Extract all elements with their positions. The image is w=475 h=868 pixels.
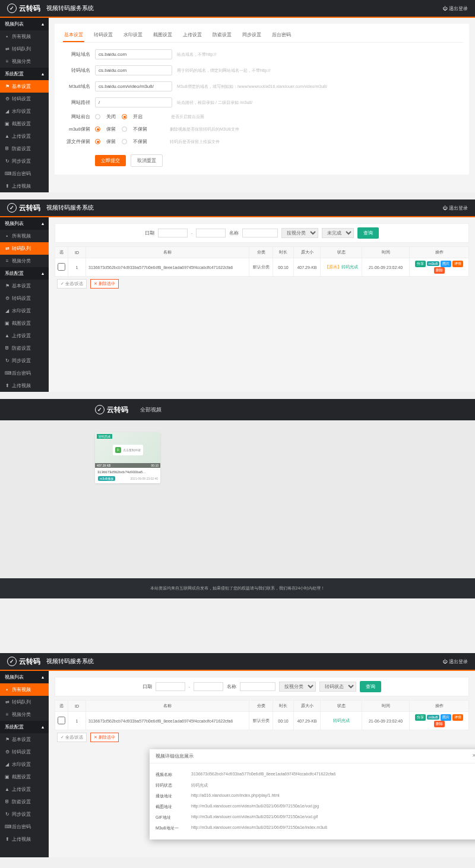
sidebar-item-antitheft[interactable]: ⛨防盗设置 — [0, 142, 49, 155]
tab-password[interactable]: 后台密码 — [271, 28, 292, 42]
sidebar-item-upload-video[interactable]: ⬆上传视频 — [0, 180, 49, 192]
input-site-domain[interactable] — [95, 49, 172, 59]
name-input[interactable] — [242, 229, 278, 237]
delete-selected-button[interactable]: ✕ 删除选中 — [90, 733, 119, 742]
sidebar-item-basic[interactable]: ⚑基本设置 — [0, 280, 49, 292]
sidebar-item-watermark[interactable]: ◢水印设置 — [0, 305, 49, 317]
op-detail[interactable]: 详情 — [452, 261, 463, 267]
tab-upload[interactable]: 上传设置 — [182, 28, 203, 42]
sidebar-item-transcode[interactable]: ⚙转码设置 — [0, 292, 49, 305]
sidebar-item-queue[interactable]: ⇄转码队列 — [0, 43, 49, 55]
op-delete[interactable]: 删除 — [434, 267, 445, 274]
search-button[interactable]: 查询 — [357, 227, 379, 239]
sidebar-item-watermark[interactable]: ◢水印设置 — [0, 758, 49, 771]
reset-button[interactable]: 取消重置 — [131, 154, 163, 167]
sidebar-item-category[interactable]: ≡视频分类 — [0, 55, 49, 68]
sidebar-item-all-videos[interactable]: ▪所有视频 — [0, 683, 49, 696]
tab-transcode[interactable]: 转码设置 — [93, 28, 114, 42]
date-to-input[interactable] — [196, 229, 226, 237]
op-delete[interactable]: 删除 — [434, 721, 445, 727]
tab-watermark[interactable]: 水印设置 — [122, 28, 144, 42]
sidebar-item-all-videos[interactable]: ▪所有视频 — [0, 230, 49, 242]
sidebar-item-queue[interactable]: ⇄转码队列 — [0, 696, 49, 708]
play-badge[interactable]: m3u8播放 — [98, 476, 115, 481]
sidebar-group-video[interactable]: 视频列表▴ — [0, 18, 49, 30]
op-share[interactable]: 分享 — [415, 714, 426, 721]
sidebar-item-upload[interactable]: ▲上传设置 — [0, 783, 49, 796]
op-m3u8[interactable]: m3u8 — [427, 261, 439, 266]
tab-screenshot[interactable]: 截图设置 — [152, 28, 173, 42]
input-transcode-domain[interactable] — [95, 65, 172, 75]
brand-text: 云转码 — [19, 4, 40, 14]
date-from-input[interactable] — [158, 229, 188, 237]
filter-bar: 日期 - 名称 按视分类 未完成 查询 — [55, 223, 469, 243]
status-select[interactable]: 未完成 — [322, 228, 354, 238]
status-select[interactable]: 转码状态 — [319, 682, 356, 692]
sidebar-group-video[interactable]: 视频列表▴ — [0, 217, 49, 230]
submit-button[interactable]: 立即提交 — [95, 155, 126, 166]
tab-antitheft[interactable]: 防盗设置 — [211, 28, 233, 42]
category-select[interactable]: 按视分类 — [279, 682, 316, 692]
row-checkbox[interactable] — [58, 717, 65, 724]
sidebar-item-category[interactable]: ≡视频分类 — [0, 708, 49, 721]
name-input[interactable] — [240, 682, 276, 691]
category-select[interactable]: 按视分类 — [281, 228, 318, 238]
tab-sync[interactable]: 同步设置 — [241, 28, 262, 42]
sidebar-item-upload[interactable]: ▲上传设置 — [0, 330, 49, 342]
sidebar-item-screenshot[interactable]: ▣截图设置 — [0, 317, 49, 330]
sidebar-item-basic[interactable]: ⚑基本设置 — [0, 733, 49, 746]
sidebar-item-sync[interactable]: ↻同步设置 — [0, 155, 49, 167]
logout-button[interactable]: ⏻退出登录 — [442, 205, 468, 211]
logout-button[interactable]: ⏻退出登录 — [442, 658, 468, 665]
sidebar-item-password[interactable]: ⌨后台密码 — [0, 367, 49, 379]
sidebar-item-antitheft[interactable]: ⛨防盗设置 — [0, 796, 49, 808]
nav-all-videos[interactable]: 全部视频 — [140, 406, 162, 414]
sidebar-item-category[interactable]: ≡视频分类 — [0, 255, 49, 267]
op-m3u8[interactable]: m3u8 — [427, 715, 439, 720]
input-site-path[interactable] — [95, 97, 172, 107]
sidebar-group-system[interactable]: 系统配置▴ — [0, 68, 49, 80]
logout-button[interactable]: ⏻退出登录 — [442, 5, 468, 12]
sidebar-item-upload[interactable]: ▲上传设置 — [0, 130, 49, 142]
op-detail[interactable]: 详情 — [452, 714, 463, 721]
sidebar-item-queue[interactable]: ⇄转码队列 — [0, 242, 49, 255]
sidebar-item-transcode[interactable]: ⚙转码设置 — [0, 746, 49, 758]
sidebar-item-screenshot[interactable]: ▣截图设置 — [0, 771, 49, 783]
radio-nokeep[interactable] — [122, 126, 127, 132]
date-from-input[interactable] — [156, 682, 185, 691]
date-to-input[interactable] — [194, 682, 223, 691]
sidebar-item-sync[interactable]: ↻同步设置 — [0, 808, 49, 821]
input-m3u8-domain[interactable] — [95, 81, 172, 91]
select-all-button[interactable]: ✓ 全选/反选 — [57, 279, 87, 289]
tab-basic[interactable]: 基本设置 — [63, 28, 84, 42]
close-button[interactable]: ✕ — [472, 753, 475, 759]
sidebar-item-screenshot[interactable]: ▣截图设置 — [0, 118, 49, 130]
sidebar-item-all-videos[interactable]: ▪所有视频 — [0, 30, 49, 43]
sidebar-item-watermark[interactable]: ◢水印设置 — [0, 105, 49, 118]
sidebar-group-video[interactable]: 视频列表▴ — [0, 671, 49, 683]
op-share[interactable]: 分享 — [415, 261, 426, 267]
radio-off[interactable] — [95, 114, 100, 119]
sidebar-item-upload-video[interactable]: ⬆上传视频 — [0, 833, 49, 845]
sidebar-item-basic[interactable]: ⚑基本设置 — [0, 80, 49, 93]
video-thumbnail: 转码完成 ⎘点击复制外链 407.29 KB00:10 — [95, 432, 160, 468]
sidebar-group-system[interactable]: 系统配置▴ — [0, 721, 49, 733]
sidebar-item-password[interactable]: ⌨后台密码 — [0, 821, 49, 833]
radio-nokeep[interactable] — [122, 139, 127, 144]
row-checkbox[interactable] — [58, 263, 65, 271]
radio-keep[interactable] — [95, 126, 100, 132]
search-button[interactable]: 查询 — [360, 681, 381, 692]
sidebar-item-upload-video[interactable]: ⬆上传视频 — [0, 379, 49, 392]
op-image[interactable]: 图片 — [441, 261, 451, 267]
sidebar-item-sync[interactable]: ↻同步设置 — [0, 354, 49, 367]
delete-selected-button[interactable]: ✕ 删除选中 — [90, 279, 119, 289]
sidebar-item-antitheft[interactable]: ⛨防盗设置 — [0, 342, 49, 354]
video-card[interactable]: 转码完成 ⎘点击复制外链 407.29 KB00:10 3136673d562b… — [95, 432, 160, 483]
sidebar-item-password[interactable]: ⌨后台密码 — [0, 167, 49, 180]
select-all-button[interactable]: ✓ 全选/反选 — [57, 733, 87, 742]
op-image[interactable]: 图片 — [441, 714, 451, 721]
sidebar-item-transcode[interactable]: ⚙转码设置 — [0, 93, 49, 105]
radio-keep[interactable] — [95, 139, 100, 144]
radio-on[interactable] — [122, 114, 127, 119]
sidebar-group-system[interactable]: 系统配置▴ — [0, 267, 49, 280]
